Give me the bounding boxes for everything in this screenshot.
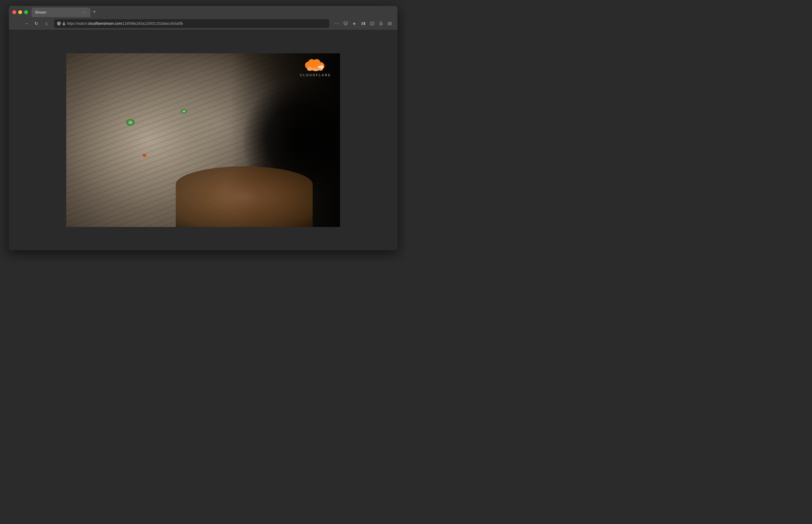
browser-window: Stream × + ← → ↻ ⌂ https://wat bbox=[9, 6, 397, 250]
back-button[interactable]: ← bbox=[12, 19, 21, 28]
tab-title: Stream bbox=[35, 10, 80, 14]
split-view-icon[interactable] bbox=[368, 19, 376, 28]
active-tab[interactable]: Stream × bbox=[32, 7, 91, 17]
more-options-button[interactable]: ⋯ bbox=[333, 19, 341, 28]
microphone-icon[interactable] bbox=[377, 19, 385, 28]
reload-button[interactable]: ↻ bbox=[32, 19, 40, 28]
svg-rect-0 bbox=[63, 23, 65, 25]
forward-button[interactable]: → bbox=[22, 19, 31, 28]
minimize-button[interactable] bbox=[18, 10, 22, 14]
traffic-lights bbox=[12, 10, 28, 17]
new-tab-button[interactable]: + bbox=[91, 7, 99, 16]
shield-icon bbox=[57, 21, 61, 26]
svg-rect-6 bbox=[380, 22, 381, 24]
cloudflare-watermark: CLOUDFLARE bbox=[300, 59, 331, 77]
cloudflare-text: CLOUDFLARE bbox=[300, 73, 331, 77]
video-player[interactable]: CLOUDFLARE bbox=[66, 53, 340, 227]
nav-bar: ← → ↻ ⌂ https://watch.cloudflarestream.c… bbox=[9, 17, 397, 30]
fullscreen-button[interactable] bbox=[24, 10, 28, 14]
svg-point-11 bbox=[307, 67, 313, 71]
menu-icon[interactable] bbox=[386, 19, 394, 28]
url-display: https://watch.cloudflarestream.com/11859… bbox=[67, 21, 326, 26]
cat-eye-right bbox=[181, 109, 187, 114]
cat-floor bbox=[176, 166, 313, 227]
video-frame: CLOUDFLARE bbox=[66, 53, 340, 227]
tabs-row: Stream × + bbox=[32, 7, 397, 17]
close-button[interactable] bbox=[12, 10, 16, 14]
bookmark-icon[interactable]: ★ bbox=[350, 19, 359, 28]
title-bar: Stream × + bbox=[9, 6, 397, 17]
svg-rect-2 bbox=[363, 22, 363, 25]
svg-rect-1 bbox=[361, 22, 362, 25]
lock-icon bbox=[62, 22, 65, 25]
svg-rect-3 bbox=[364, 22, 365, 25]
url-text: https://watch. bbox=[67, 21, 88, 26]
page-content: CLOUDFLARE bbox=[9, 30, 397, 250]
pocket-icon[interactable] bbox=[342, 19, 350, 28]
nav-right-icons: ⋯ ★ bbox=[333, 19, 394, 28]
tab-close-button[interactable]: × bbox=[82, 10, 87, 15]
library-icon[interactable] bbox=[359, 19, 368, 28]
address-bar[interactable]: https://watch.cloudflarestream.com/11859… bbox=[54, 19, 329, 28]
home-button[interactable]: ⌂ bbox=[43, 19, 51, 28]
cloudflare-cloud-icon bbox=[302, 59, 329, 72]
